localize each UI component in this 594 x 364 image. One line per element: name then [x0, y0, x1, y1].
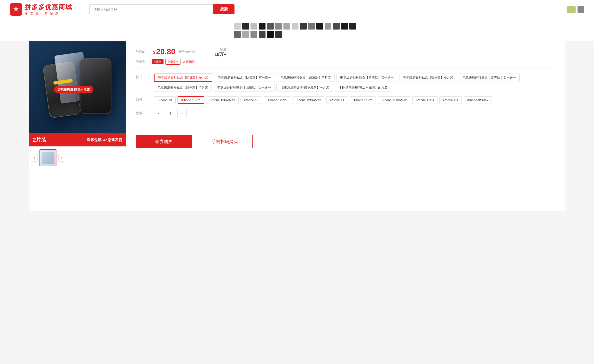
color-swatch[interactable]: [234, 31, 241, 38]
color-swatch[interactable]: [250, 31, 257, 38]
color-bar: [0, 19, 594, 41]
color-swatch[interactable]: [242, 31, 249, 38]
model-tag-m5[interactable]: iPhone 12Pro: [264, 96, 290, 104]
color-swatch[interactable]: [275, 23, 282, 30]
style-tag-s10[interactable]: 【8K超清防爆*升级不藏灰】两片装: [335, 84, 391, 91]
logo-area: 拼多多优惠商城 多 实 惠 · 多 乐 趣: [10, 3, 72, 16]
model-tag-m4[interactable]: iPhone 12: [241, 96, 262, 104]
color-swatch[interactable]: [259, 23, 266, 30]
thumbnail-image[interactable]: [39, 149, 56, 166]
header: 拼多多优惠商城 多 实 惠 · 多 乐 趣 搜索: [0, 0, 594, 19]
model-tag-m10[interactable]: iPhone X/XS: [412, 96, 438, 104]
model-tag-m6[interactable]: iPhone 12ProMax: [292, 96, 324, 104]
svg-point-1: [15, 8, 17, 10]
logo-text-wrap: 拼多多优惠商城 多 实 惠 · 多 乐 趣: [25, 3, 72, 16]
style-tag-s3[interactable]: 电竞级磨砂秒贴盒【超清款】单片装: [277, 74, 335, 82]
model-option-row: 型号 iPhone 13 iPhone 13Pro iPhone 13ProMa…: [136, 96, 555, 104]
price-row: 券后价 ¥ 20.80 原价 ¥24.80: [136, 47, 195, 56]
model-option-tags: iPhone 13 iPhone 13Pro iPhone 13ProMax i…: [154, 96, 492, 104]
model-tag-m7[interactable]: iPhone 11: [326, 96, 348, 104]
product-detail-panel: 券后价 ¥ 20.80 原价 ¥24.80 优惠券 4元券 剩800张 立即领取…: [126, 41, 565, 211]
model-tag-m2[interactable]: iPhone 13Pro: [178, 96, 204, 104]
product-thumbnails: ‹ ›: [29, 146, 126, 169]
coupon-buy-button[interactable]: 领券购买: [136, 135, 192, 148]
style-option-label: 款式: [136, 74, 150, 79]
style-tag-s8[interactable]: 电竞级磨砂秒贴盒【绿光款】买一送一: [214, 84, 274, 91]
model-tag-m9[interactable]: iPhone 11ProMax: [378, 96, 410, 104]
original-price: 原价 ¥24.80: [178, 50, 195, 54]
coupon-label: 优惠券: [136, 60, 150, 64]
coupon-link[interactable]: 立即领取: [182, 60, 195, 64]
style-option-row: 款式 电竞级磨砂秒贴盒【防窥款】单片装 电竞级磨砂秒贴盒【防窥款】买一送一 电竞…: [136, 74, 555, 91]
color-swatch[interactable]: [316, 23, 323, 30]
current-price: 20.80: [156, 47, 175, 56]
product-badge: 游戏超爽滑 隐私不泄露: [54, 86, 93, 93]
style-tag-s5[interactable]: 电竞级磨砂秒贴盒【蓝光款】单片装: [399, 74, 457, 82]
sales-count: 10万+: [214, 52, 226, 57]
sales-label: 销量: [214, 47, 226, 52]
color-swatch[interactable]: [308, 23, 315, 30]
header-icon-1: [567, 6, 576, 13]
style-tag-s4[interactable]: 电竞级磨砂秒贴盒【超清款】买一送一: [336, 74, 397, 82]
color-swatch[interactable]: [275, 31, 282, 38]
color-swatch[interactable]: [300, 23, 307, 30]
quantity-label: 数量: [136, 111, 150, 115]
style-tag-s9[interactable]: 【8K超清防爆*升级不藏灰】一片装: [276, 84, 333, 91]
quantity-minus-button[interactable]: -: [154, 109, 163, 118]
sales-info: 销量 10万+: [214, 47, 226, 57]
color-swatch[interactable]: [292, 23, 298, 30]
model-tag-m11[interactable]: iPhone XR: [439, 96, 462, 104]
color-swatch[interactable]: [349, 23, 356, 30]
price-info: 券后价 ¥ 20.80 原价 ¥24.80 优惠券 4元券 剩800张 立即领取: [136, 47, 195, 65]
product-main-image: 游戏超爽滑 隐私不泄露: [29, 41, 126, 133]
color-swatch[interactable]: [234, 23, 241, 30]
product-bottom-bar: 2片装 寄坏包赔24h急速发货: [29, 133, 126, 146]
logo-subtitle: 多 实 惠 · 多 乐 趣: [25, 11, 72, 16]
model-option-label: 型号: [136, 96, 150, 102]
coupon-price-label: 券后价: [136, 50, 150, 54]
search-input[interactable]: [89, 4, 213, 14]
options-section: 款式 电竞级磨砂秒贴盒【防窥款】单片装 电竞级磨砂秒贴盒【防窥款】买一送一 电竞…: [136, 69, 555, 130]
coupon-row: 优惠券 4元券 剩800张 立即领取: [136, 59, 195, 65]
quantity-input[interactable]: [163, 109, 178, 118]
style-tag-s1[interactable]: 电竞级磨砂秒贴盒【防窥款】单片装: [154, 74, 212, 82]
buy-section: 领券购买 手机扫码购买: [136, 135, 555, 148]
style-tag-s6[interactable]: 电竞级磨砂秒贴盒【蓝光款】买一送一: [459, 74, 520, 82]
coupon-remain: 剩800张: [165, 59, 180, 65]
color-swatch[interactable]: [267, 23, 274, 30]
style-option-tags: 电竞级磨砂秒贴盒【防窥款】单片装 电竞级磨砂秒贴盒【防窥款】买一送一 电竞级磨砂…: [154, 74, 555, 91]
price-currency: ¥: [153, 50, 156, 55]
main-content: 游戏超爽滑 隐私不泄露 2片装 寄坏包赔24h急速发货 ‹ › 券后价 ¥: [0, 41, 594, 211]
price-section: 券后价 ¥ 20.80 原价 ¥24.80 优惠券 4元券 剩800张 立即领取…: [136, 41, 555, 69]
color-swatch[interactable]: [259, 31, 266, 38]
product-quantity-label: 2片装: [33, 136, 47, 144]
thumbnail-prev-button[interactable]: ‹: [31, 154, 38, 162]
quantity-plus-button[interactable]: +: [178, 109, 186, 118]
model-tag-m12[interactable]: iPhone XSMax: [464, 96, 492, 104]
color-swatch[interactable]: [341, 23, 348, 30]
logo-title: 拼多多优惠商城: [25, 3, 72, 11]
header-icons: [567, 6, 584, 13]
color-swatch[interactable]: [267, 31, 274, 38]
color-swatch[interactable]: [250, 23, 257, 30]
quantity-row: 数量 - +: [136, 109, 555, 118]
style-tag-s7[interactable]: 电竞级磨砂秒贴盒【绿光款】单片装: [154, 84, 212, 91]
logo-icon: [10, 3, 22, 16]
header-icon-2: [578, 6, 584, 13]
product-image-panel: 游戏超爽滑 隐私不泄露 2片装 寄坏包赔24h急速发货 ‹ ›: [29, 41, 126, 211]
color-swatch[interactable]: [325, 23, 331, 30]
scan-buy-button[interactable]: 手机扫码购买: [197, 135, 253, 148]
model-tag-m8[interactable]: iPhone 11Pro: [350, 96, 376, 104]
search-area: 搜索: [89, 4, 234, 14]
color-swatch[interactable]: [242, 23, 249, 30]
search-button[interactable]: 搜索: [213, 4, 234, 14]
model-tag-m3[interactable]: iPhone 13ProMax: [206, 96, 238, 104]
model-tag-m1[interactable]: iPhone 13: [154, 96, 176, 104]
style-tag-s2[interactable]: 电竞级磨砂秒贴盒【防窥款】买一送一: [214, 74, 275, 82]
quantity-control: - +: [154, 109, 187, 118]
product-shipping-label: 寄坏包赔24h急速发货: [87, 138, 122, 142]
coupon-tag: 4元券: [152, 59, 164, 64]
thumbnail-next-button[interactable]: ›: [58, 154, 65, 162]
color-swatch[interactable]: [283, 23, 290, 30]
color-swatch[interactable]: [333, 23, 340, 30]
